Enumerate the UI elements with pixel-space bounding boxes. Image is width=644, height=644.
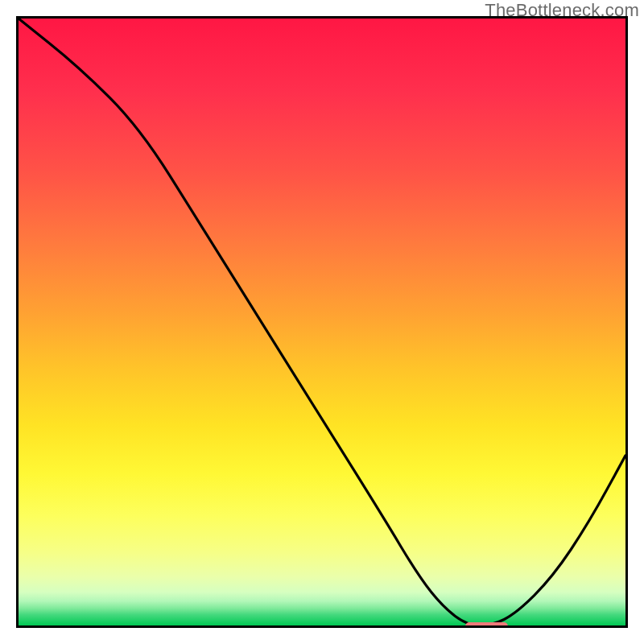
- bottleneck-curve-path: [19, 19, 625, 625]
- plot-area: [16, 16, 628, 628]
- sweet-spot-marker: [465, 622, 508, 628]
- bottleneck-chart: TheBottleneck.com: [0, 0, 644, 644]
- curve-layer: [19, 19, 625, 625]
